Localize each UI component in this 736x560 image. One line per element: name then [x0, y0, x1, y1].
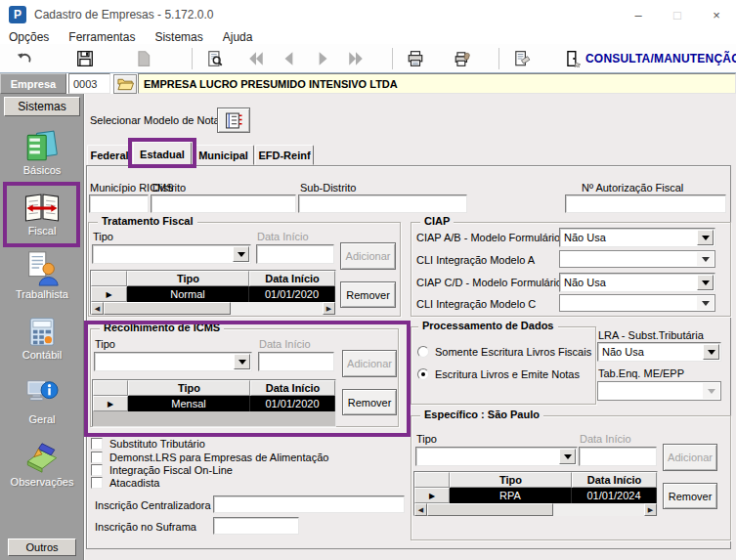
undo-button[interactable]: [12, 46, 37, 71]
chevron-down-icon[interactable]: [697, 275, 714, 290]
table-row[interactable]: ▶ RPA 01/01/2024: [414, 488, 657, 503]
cli-modelo-c-combo[interactable]: [559, 294, 715, 312]
scroll-right-icon[interactable]: ▶: [644, 503, 657, 516]
sidebar-item-contabil-label[interactable]: Contábil: [0, 349, 84, 361]
sidebar-footer-outros[interactable]: Outros: [8, 538, 76, 556]
table-row[interactable]: ▶ Normal 01/01/2020: [91, 286, 335, 302]
checkbox-substituto-tributario[interactable]: Substituto Tributário: [91, 438, 205, 450]
checkbox-atacadista[interactable]: Atacadista: [91, 477, 159, 489]
menu-ajuda[interactable]: Ajuda: [213, 30, 263, 44]
radio-somente-escritura[interactable]: Somente Escritura Livros Fiscais: [417, 346, 591, 358]
tab-municipal[interactable]: Municipal: [193, 145, 254, 165]
scrollbar-thumb[interactable]: [104, 302, 231, 315]
inscricao-suframa-field[interactable]: [213, 517, 299, 535]
especifico-remover-button[interactable]: Remover: [663, 483, 717, 509]
num-autorizacao-field[interactable]: [565, 194, 726, 213]
print-setup-button[interactable]: [450, 46, 475, 71]
chevron-down-icon[interactable]: [233, 246, 249, 262]
ciap-cd-combo[interactable]: Não Usa: [559, 273, 715, 292]
menu-sistemas[interactable]: Sistemas: [145, 30, 212, 44]
sub-distrito-field[interactable]: [298, 194, 467, 213]
recolhimento-tipo-combo[interactable]: [94, 352, 252, 371]
cli-modelo-a-combo[interactable]: [559, 250, 715, 268]
next-record-button[interactable]: [310, 46, 335, 71]
last-record-button[interactable]: [343, 46, 368, 71]
recolhimento-data-inicio-field[interactable]: [258, 352, 334, 371]
chevron-down-icon[interactable]: [697, 296, 714, 310]
tratamento-adicionar-button[interactable]: Adicionar: [340, 242, 396, 270]
select-model-button[interactable]: [217, 108, 250, 133]
checkbox-demonst-lrs[interactable]: Demonst.LRS para Empresas de Alimentação: [91, 452, 328, 463]
tab-federal[interactable]: Federal: [87, 145, 132, 165]
tab-enq-combo[interactable]: [597, 381, 721, 401]
radio-escritura-emite[interactable]: Escritura Livros e Emite Notas: [417, 368, 580, 380]
empresa-name-field[interactable]: EMPRESA LUCRO PRESUMIDO INTENSIVO LTDA: [138, 73, 736, 94]
minimize-button[interactable]: –: [619, 0, 658, 29]
sidebar-item-contabil[interactable]: [27, 317, 57, 349]
tab-efd-reinf[interactable]: EFD-Reinf: [255, 145, 314, 165]
grid-col-tipo: Tipo: [450, 472, 572, 488]
horizontal-scrollbar[interactable]: ◀ ▶: [91, 302, 335, 315]
tratamento-tipo-combo[interactable]: [92, 244, 251, 264]
scroll-left-icon[interactable]: ◀: [414, 503, 427, 516]
sidebar-item-trabalhista[interactable]: [22, 250, 62, 289]
preview-button[interactable]: [202, 46, 228, 71]
inscricao-centralizadora-label: Inscrição Centralizadora: [95, 499, 211, 511]
checkbox-integracao-fiscal[interactable]: Integração Fiscal On-Line: [91, 464, 233, 476]
tratamento-remover-button[interactable]: Remover: [340, 281, 396, 308]
maximize-button[interactable]: □: [658, 0, 697, 29]
recolhimento-adicionar-button[interactable]: Adicionar: [342, 350, 397, 377]
menu-opcoes[interactable]: Opções: [0, 30, 59, 44]
chevron-down-icon[interactable]: [697, 230, 714, 245]
sidebar-item-fiscal-label[interactable]: Fiscal: [0, 225, 84, 237]
chevron-down-icon[interactable]: [703, 344, 719, 360]
distrito-field[interactable]: [151, 194, 296, 213]
sidebar-item-trabalhista-label[interactable]: Trabalhista: [0, 288, 84, 300]
especifico-tipo-combo[interactable]: [415, 447, 578, 466]
checkbox-icon: [91, 438, 103, 450]
previous-record-button[interactable]: [277, 46, 302, 71]
tab-estadual[interactable]: Estadual: [133, 142, 192, 166]
tratamento-data-inicio-field[interactable]: [256, 244, 334, 264]
especifico-adicionar-button[interactable]: Adicionar: [663, 444, 717, 471]
sidebar-item-observacoes[interactable]: [22, 442, 62, 476]
grid-col-data-inicio: Data Início: [249, 271, 335, 286]
calculator-icon: [27, 317, 57, 347]
empresa-code-field[interactable]: 0003: [68, 73, 110, 94]
chevron-down-icon[interactable]: [559, 449, 576, 464]
scroll-left-icon[interactable]: ◀: [91, 302, 104, 315]
cell-data-inicio: 01/01/2024: [572, 488, 657, 503]
scrollbar-track[interactable]: [104, 302, 323, 315]
sidebar-item-basicos-label[interactable]: Básicos: [0, 164, 84, 176]
scrollbar-thumb[interactable]: [427, 503, 553, 516]
chevron-down-icon[interactable]: [234, 354, 250, 369]
menu-ferramentas[interactable]: Ferramentas: [59, 30, 145, 44]
open-empresa-button[interactable]: [113, 74, 137, 94]
ciap-ab-combo[interactable]: Não Usa: [559, 228, 715, 247]
lra-combo[interactable]: Não Usa: [597, 342, 721, 362]
company-tools-icon: [513, 50, 531, 67]
sidebar-item-fiscal[interactable]: [23, 193, 61, 225]
sidebar-item-geral[interactable]: [24, 377, 60, 410]
scroll-right-icon[interactable]: ▶: [323, 302, 335, 315]
table-row[interactable]: ▶ Mensal 01/01/2020: [93, 396, 335, 411]
scrollbar-track[interactable]: [427, 503, 644, 516]
municipio-ricms-field[interactable]: [89, 194, 149, 213]
especifico-data-inicio-field[interactable]: [579, 447, 657, 466]
exit-button[interactable]: [560, 46, 585, 71]
print-button[interactable]: [403, 46, 428, 71]
sidebar-item-basicos[interactable]: [23, 129, 61, 166]
ciap-title: CIAP: [420, 215, 454, 227]
chevron-down-icon[interactable]: [697, 252, 714, 266]
first-record-button[interactable]: [243, 46, 269, 71]
recolhimento-remover-button[interactable]: Remover: [342, 389, 397, 415]
sidebar-header-sistemas[interactable]: Sistemas: [4, 97, 80, 116]
inscricao-centralizadora-field[interactable]: [213, 495, 405, 513]
delete-button[interactable]: [131, 46, 156, 71]
sidebar-item-observacoes-label[interactable]: Observações: [0, 476, 84, 488]
sidebar-item-geral-label[interactable]: Geral: [0, 413, 84, 425]
save-button[interactable]: [72, 46, 98, 71]
company-tools-button[interactable]: [509, 46, 535, 71]
horizontal-scrollbar[interactable]: ◀ ▶: [414, 503, 657, 516]
close-button[interactable]: ×: [697, 0, 736, 29]
